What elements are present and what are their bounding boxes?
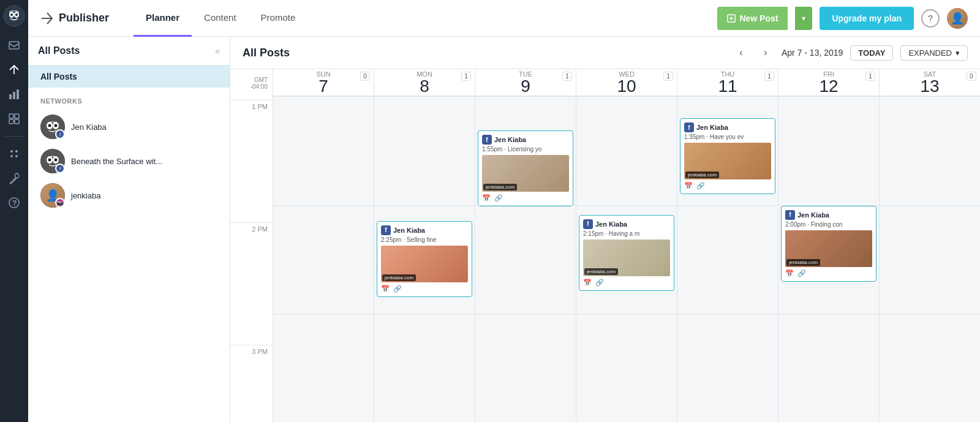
post-card-fri-2pm[interactable]: f Jen Kiaba 2:00pm · Finding con jenkiab…	[781, 206, 876, 282]
upgrade-button[interactable]: Upgrade my plan	[820, 7, 914, 30]
post-domain-thu-1pm: jenkiaba.com	[685, 171, 719, 178]
post-slot-mon-1pm	[374, 96, 475, 205]
day-col-thu: Thu 11 1 f Jen Kiaba 1:35pm ·	[677, 69, 778, 422]
ig-badge-jenkiaba: 📷	[55, 198, 65, 208]
post-slot-sun-3pm	[273, 314, 374, 422]
network-item-jen-kiaba[interactable]: f Jen Kiaba	[28, 110, 230, 144]
post-time-wed-2pm: 2:15pm · Having a m	[583, 230, 670, 237]
day-col-tue: Tue 9 1 f Jen Kiaba 1:55pm · L	[475, 69, 576, 422]
time-label-3pm: 3 PM	[252, 348, 268, 355]
tab-planner[interactable]: Planner	[134, 0, 192, 37]
post-card-tue-1pm[interactable]: f Jen Kiaba 1:55pm · Licensing yo jenkia…	[478, 130, 573, 206]
post-image-wed-2pm: jenkiaba.com	[583, 239, 670, 276]
day-count-thu: 1	[764, 72, 774, 81]
post-image-fri-2pm: jenkiaba.com	[785, 230, 872, 267]
day-count-mon: 1	[461, 72, 471, 81]
post-card-header-fri-2pm: f Jen Kiaba	[785, 210, 872, 220]
analytics-icon[interactable]	[3, 83, 25, 105]
fb-badge-beneath: f	[55, 164, 65, 173]
user-avatar[interactable]: 👤	[947, 8, 968, 29]
time-slots: 1 PM 2 PM 3 PM	[230, 100, 273, 422]
tools-icon[interactable]	[3, 167, 25, 189]
post-card-header-thu-1pm: f Jen Kiaba	[684, 122, 771, 132]
post-domain-fri-2pm: jenkiaba.com	[786, 259, 820, 266]
date-range: Apr 7 - 13, 2019	[782, 48, 843, 58]
help-icon[interactable]: ?	[3, 192, 25, 214]
time-label-2pm: 2 PM	[252, 225, 268, 233]
calendar-grid: GMT -04:00 1 PM 2 PM 3 PM Sun	[230, 69, 980, 422]
prev-week-button[interactable]: ‹	[733, 44, 750, 61]
tab-content[interactable]: Content	[192, 0, 249, 37]
post-domain-mon-2pm: jenkiaba.com	[382, 274, 416, 281]
avatar-image: 👤	[947, 8, 968, 29]
help-circle-icon[interactable]: ?	[921, 9, 940, 28]
network-item-jenkiaba-ig[interactable]: 👤 📷 jenkiaba	[28, 178, 230, 213]
publisher-icon[interactable]	[3, 59, 25, 81]
calendar-icon-mon-2pm[interactable]: 📅	[381, 285, 390, 293]
collapse-button[interactable]: «	[215, 46, 220, 56]
link-icon-fri-2pm[interactable]: 🔗	[797, 269, 806, 277]
campaigns-icon[interactable]	[3, 108, 25, 130]
post-domain-tue-1pm: jenkiaba.com	[483, 184, 517, 190]
expanded-button[interactable]: EXPANDED ▾	[900, 45, 968, 61]
link-icon-tue-1pm[interactable]: 🔗	[494, 194, 503, 202]
brand-name: Publisher	[59, 12, 109, 24]
svg-point-24	[55, 124, 58, 127]
post-card-header-mon-2pm: f Jen Kiaba	[381, 225, 468, 235]
link-icon-wed-2pm[interactable]: 🔗	[595, 279, 604, 287]
fb-icon-tue-1pm: f	[482, 135, 492, 145]
svg-text:?: ?	[12, 199, 17, 208]
calendar-icon-tue-1pm[interactable]: 📅	[482, 194, 491, 202]
post-author-mon-2pm: Jen Kiaba	[393, 227, 425, 234]
post-time-thu-1pm: 1:35pm · Have you ev	[684, 134, 771, 140]
main-area: Publisher Planner Content Promote New Po…	[28, 0, 980, 422]
post-card-mon-2pm[interactable]: f Jen Kiaba 2:25pm · Selling fine jenkia…	[377, 221, 472, 297]
svg-rect-12	[15, 119, 19, 124]
post-author-wed-2pm: Jen Kiaba	[595, 220, 627, 228]
calendar-header: All Posts ‹ › Apr 7 - 13, 2019 TODAY EXP…	[230, 37, 980, 69]
network-item-beneath-surface[interactable]: f Beneath the Surface wit...	[28, 144, 230, 178]
new-post-label: New Post	[739, 13, 778, 23]
post-slot-wed-2pm: f Jen Kiaba 2:15pm · Having a m jenkiaba…	[576, 205, 677, 314]
link-icon-thu-1pm[interactable]: 🔗	[696, 182, 705, 190]
new-post-dropdown-button[interactable]: ▾	[795, 7, 812, 30]
post-footer-fri-2pm: 📅 🔗	[785, 269, 872, 277]
apps-icon[interactable]	[3, 143, 25, 165]
next-week-button[interactable]: ›	[757, 44, 774, 61]
post-card-thu-1pm[interactable]: f Jen Kiaba 1:35pm · Have you ev jenkiab…	[680, 118, 775, 194]
post-slot-sat-3pm	[880, 314, 980, 422]
calendar-icon-fri-2pm[interactable]: 📅	[785, 269, 794, 277]
all-posts-item[interactable]: All Posts	[28, 66, 230, 88]
calendar-icon-thu-1pm[interactable]: 📅	[684, 182, 693, 190]
post-author-fri-2pm: Jen Kiaba	[797, 211, 829, 219]
app-logo[interactable]	[3, 5, 25, 27]
calendar-icon-wed-2pm[interactable]: 📅	[583, 279, 592, 287]
post-slot-sat-1pm	[880, 96, 980, 205]
time-slot-3pm: 3 PM	[230, 345, 273, 422]
expanded-label: EXPANDED	[908, 48, 952, 58]
day-header-tue: Tue 9 1	[475, 69, 576, 96]
svg-point-23	[48, 124, 51, 127]
new-post-button[interactable]: New Post	[717, 7, 788, 30]
inbox-icon[interactable]	[3, 34, 25, 56]
today-button[interactable]: TODAY	[850, 45, 893, 61]
post-slot-wed-1pm	[576, 96, 677, 205]
svg-point-14	[15, 150, 18, 153]
day-num-tue: 9	[521, 78, 530, 95]
day-count-wed: 1	[663, 72, 673, 81]
network-avatar-jenkiaba: 👤 📷	[40, 183, 65, 208]
tab-promote[interactable]: Promote	[249, 0, 308, 37]
post-card-wed-2pm[interactable]: f Jen Kiaba 2:15pm · Having a m jenkiaba…	[579, 215, 674, 291]
day-num-sun: 7	[318, 78, 328, 95]
svg-rect-10	[15, 114, 19, 118]
post-time-tue-1pm: 1:55pm · Licensing yo	[482, 146, 569, 153]
gmt-offset: -04:00	[251, 83, 268, 90]
new-post-icon	[727, 14, 736, 23]
post-author-tue-1pm: Jen Kiaba	[494, 136, 526, 143]
post-slot-sun-1pm	[273, 96, 374, 205]
link-icon-mon-2pm[interactable]: 🔗	[393, 285, 402, 293]
network-avatar-beneath: f	[40, 149, 65, 173]
day-col-sun: Sun 7 0	[273, 69, 374, 422]
networks-label: NETWORKS	[28, 88, 230, 110]
day-col-fri: Fri 12 1 f Jen Kiaba	[778, 69, 880, 422]
